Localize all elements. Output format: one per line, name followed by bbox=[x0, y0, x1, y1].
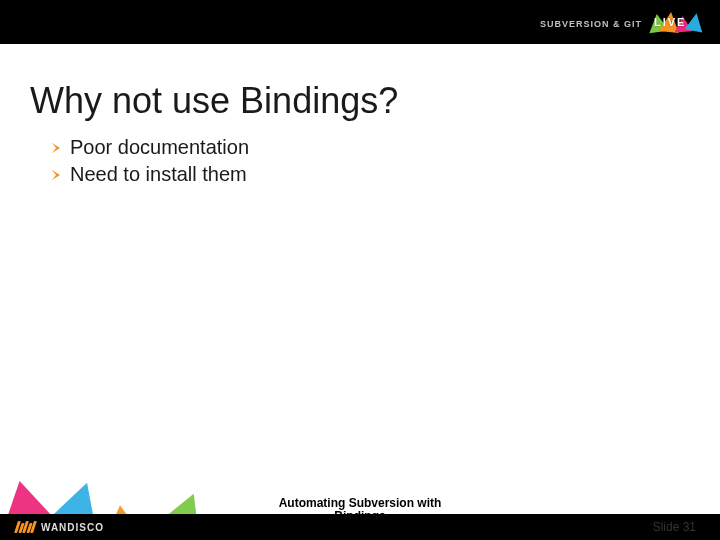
chevron-right-icon bbox=[52, 143, 60, 153]
top-bar: SUBVERSION & GIT LIVE bbox=[0, 0, 720, 44]
slide-number: Slide 31 bbox=[653, 520, 696, 534]
list-item: Poor documentation bbox=[52, 136, 249, 159]
live-logo-icon: LIVE bbox=[648, 10, 704, 38]
wandisco-logo: WANDISCO bbox=[16, 521, 104, 533]
brand-prefix-text: SUBVERSION & GIT bbox=[540, 19, 642, 29]
brand-logo: SUBVERSION & GIT LIVE bbox=[540, 10, 704, 38]
bullet-list: Poor documentation Need to install them bbox=[52, 136, 249, 190]
bottom-bar: WANDISCO bbox=[0, 514, 720, 540]
bullet-text: Need to install them bbox=[70, 163, 247, 186]
slide-title: Why not use Bindings? bbox=[30, 80, 398, 122]
chevron-right-icon bbox=[52, 170, 60, 180]
list-item: Need to install them bbox=[52, 163, 249, 186]
wandisco-mark-icon bbox=[16, 521, 35, 533]
bullet-text: Poor documentation bbox=[70, 136, 249, 159]
footer-title-line1: Automating Subversion with bbox=[279, 496, 442, 510]
wandisco-text: WANDISCO bbox=[41, 522, 104, 533]
